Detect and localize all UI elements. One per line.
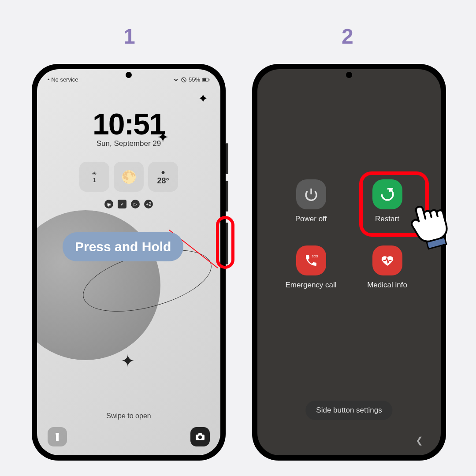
chevron-left-icon: ❮ [416, 435, 423, 445]
widget-count: 1 [93, 177, 96, 183]
power-menu-screen: Power off Restart SOS [257, 69, 441, 455]
sparkle-icon: ✦ [121, 351, 135, 371]
back-button[interactable]: ❮ [416, 435, 423, 446]
svg-rect-3 [203, 78, 206, 81]
notification-icons: ◉ ✓ ▷ +2 [104, 200, 153, 208]
power-off-option[interactable]: Power off [277, 179, 345, 223]
lock-clock: 10:51 ✦ [93, 107, 165, 141]
app-icon: ◉ [104, 200, 113, 208]
camera-button[interactable] [190, 427, 210, 446]
no-signal-icon [181, 77, 187, 83]
volume-down-button[interactable] [226, 181, 228, 212]
power-off-label: Power off [295, 215, 327, 223]
temperature: 28° [157, 176, 169, 186]
temp-widget[interactable]: ● 28° [148, 162, 178, 192]
phone-mockup-1: ✦ • No service 55% [32, 64, 226, 461]
emergency-label: Emergency call [285, 281, 336, 290]
lock-screen: ✦ • No service 55% [37, 69, 220, 455]
svg-rect-7 [198, 433, 202, 435]
pointing-hand-icon [400, 191, 464, 255]
heart-icon [380, 253, 394, 268]
phone-mockup-2: Power off Restart SOS [252, 64, 446, 461]
front-camera [126, 72, 132, 78]
side-button-settings[interactable]: Side button settings [305, 401, 392, 420]
lock-widgets: ☀ 1 🌕 ● 28° [79, 162, 178, 192]
checkbox-icon: ✓ [118, 200, 126, 208]
emergency-call-option[interactable]: SOS Emergency call [277, 245, 345, 290]
sparkle-icon: ✦ [158, 130, 167, 145]
weather-widget[interactable]: ☀ 1 [79, 162, 109, 192]
phone-sos-icon: SOS [304, 253, 318, 268]
svg-text:SOS: SOS [312, 255, 318, 258]
battery-percent: 55% [189, 76, 200, 83]
flashlight-icon [53, 432, 61, 442]
more-badge: +2 [144, 200, 153, 208]
front-camera [346, 72, 352, 78]
svg-point-6 [198, 435, 202, 439]
play-icon: ▷ [131, 200, 140, 208]
flashlight-button[interactable] [48, 427, 67, 446]
svg-rect-4 [209, 79, 210, 80]
power-button-highlight [216, 216, 234, 269]
service-status: • No service [48, 76, 78, 83]
moon-icon: 🌕 [121, 170, 137, 184]
sparkle-icon: ✦ [198, 91, 208, 106]
wifi-icon [173, 77, 179, 83]
medical-label: Medical info [367, 281, 407, 290]
moon-widget[interactable]: 🌕 [114, 162, 144, 192]
step-2-label: 2 [342, 24, 353, 48]
step-1-label: 1 [123, 24, 135, 48]
svg-line-1 [182, 78, 185, 81]
swipe-hint: Swipe to open [37, 412, 220, 420]
volume-up-button[interactable] [226, 143, 228, 174]
power-icon [304, 187, 318, 201]
camera-icon [195, 433, 205, 441]
battery-icon [202, 78, 210, 82]
sun-icon: ☀ [92, 170, 97, 177]
press-hold-callout: Press and Hold [63, 232, 183, 261]
